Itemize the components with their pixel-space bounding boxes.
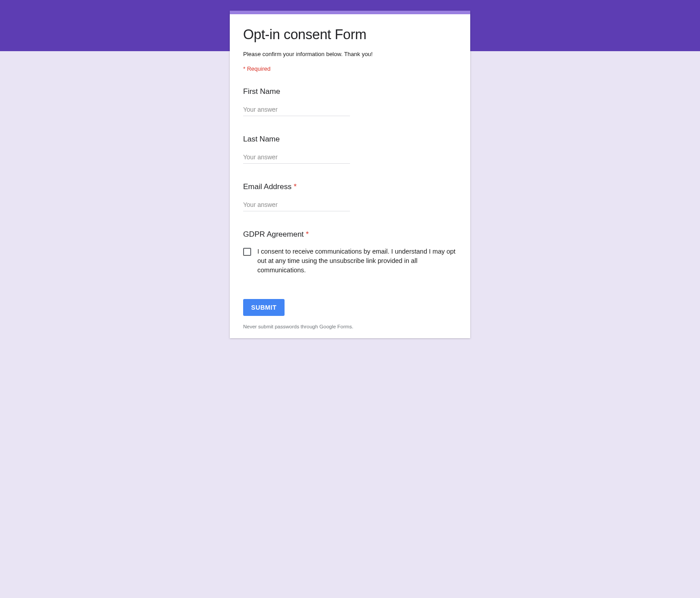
asterisk-icon: * <box>304 230 309 238</box>
label-gdpr-text: GDPR Agreement <box>243 230 304 238</box>
label-email-text: Email Address <box>243 182 292 191</box>
label-first-name: First Name <box>243 87 457 96</box>
form-title: Opt-in consent Form <box>243 27 457 43</box>
asterisk-icon: * <box>292 182 297 191</box>
first-name-input[interactable] <box>243 104 350 116</box>
question-email: Email Address * <box>243 182 457 211</box>
form-card: Opt-in consent Form Please confirm your … <box>230 11 470 338</box>
last-name-input[interactable] <box>243 152 350 164</box>
question-gdpr: GDPR Agreement * I consent to receive co… <box>243 230 457 275</box>
question-last-name: Last Name <box>243 135 457 164</box>
gdpr-checkbox-label: I consent to receive communications by e… <box>257 247 457 275</box>
gdpr-checkbox[interactable] <box>243 248 251 256</box>
gdpr-checkbox-row: I consent to receive communications by e… <box>243 247 457 275</box>
form-description: Please confirm your information below. T… <box>243 51 457 57</box>
question-first-name: First Name <box>243 87 457 116</box>
submit-button[interactable]: SUBMIT <box>243 299 285 316</box>
label-email: Email Address * <box>243 182 457 191</box>
label-gdpr: GDPR Agreement * <box>243 230 457 239</box>
label-last-name: Last Name <box>243 135 457 144</box>
required-note: * Required <box>243 65 457 72</box>
footer-note: Never submit passwords through Google Fo… <box>243 324 457 329</box>
email-input[interactable] <box>243 199 350 211</box>
